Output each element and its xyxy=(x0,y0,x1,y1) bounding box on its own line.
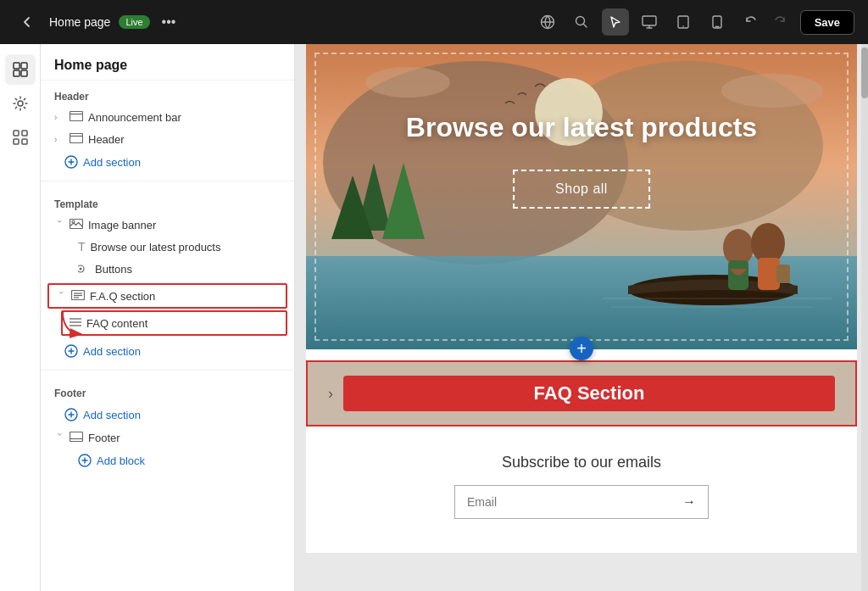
email-input-row: → xyxy=(454,485,709,519)
save-button[interactable]: Save xyxy=(800,10,854,35)
faq-icon xyxy=(71,289,85,303)
add-block-button[interactable]: Add block xyxy=(41,449,294,472)
svg-rect-13 xyxy=(22,131,27,136)
svg-point-22 xyxy=(72,220,75,223)
chevron-right-icon: › xyxy=(54,113,64,122)
faq-section-label: F.A.Q section xyxy=(90,290,279,303)
svg-rect-16 xyxy=(70,112,83,121)
sidebar-item-faq-section[interactable]: › F.A.Q section xyxy=(47,283,287,309)
template-add-section-button[interactable]: Add section xyxy=(41,339,294,363)
sidebar-item-browse-products[interactable]: T Browse our latest products xyxy=(41,236,294,258)
announcement-bar-label: Announcement bar xyxy=(88,111,281,124)
shop-all-button[interactable]: Shop all xyxy=(513,170,650,209)
main-layout: Home page Header › Announcement bar › He… xyxy=(0,44,868,591)
faq-annotation-container: › F.A.Q section xyxy=(47,283,287,336)
redo-button[interactable] xyxy=(766,8,793,36)
sidebar-item-faq-content[interactable]: FAQ content xyxy=(61,310,287,336)
footer-section-title: Footer xyxy=(41,377,294,403)
header-section: Header › Announcement bar › Header Add s… xyxy=(41,81,294,174)
email-submit-button[interactable]: → xyxy=(670,486,708,518)
image-banner-label: Image banner xyxy=(88,219,281,231)
search-icon[interactable] xyxy=(568,8,595,36)
svg-rect-9 xyxy=(14,70,19,76)
add-block-label: Add block xyxy=(97,454,145,467)
sidebar-item-image-banner[interactable]: › Image banner xyxy=(41,214,294,236)
template-section-title: Template xyxy=(41,188,294,214)
settings-panel-icon[interactable] xyxy=(5,88,36,119)
chevron-down-icon: › xyxy=(55,432,64,443)
subscribe-section: Subscribe to our emails → xyxy=(306,427,857,546)
svg-point-24 xyxy=(80,268,82,270)
faq-preview-section[interactable]: › FAQ Section xyxy=(306,360,857,427)
subscribe-title: Subscribe to our emails xyxy=(326,454,837,471)
more-options-button[interactable]: ••• xyxy=(162,14,176,30)
cursor-icon[interactable] xyxy=(602,8,629,36)
live-badge: Live xyxy=(119,15,149,29)
svg-rect-52 xyxy=(776,265,790,283)
svg-point-1 xyxy=(576,17,584,25)
header-label: Header xyxy=(88,133,281,146)
mobile-icon[interactable] xyxy=(704,8,731,36)
tablet-icon[interactable] xyxy=(670,8,697,36)
faq-expand-icon[interactable]: › xyxy=(328,385,333,403)
svg-rect-2 xyxy=(643,16,656,25)
faq-section-badge: FAQ Section xyxy=(343,376,835,411)
header-add-section-button[interactable]: Add section xyxy=(41,150,294,174)
apps-panel-icon[interactable] xyxy=(5,122,36,153)
sections-panel-icon[interactable] xyxy=(5,54,36,85)
footer-add-section-button[interactable]: Add section xyxy=(41,403,294,427)
globe-icon[interactable] xyxy=(534,8,561,36)
svg-point-42 xyxy=(721,74,823,108)
add-section-label: Add section xyxy=(83,156,141,169)
sidebar-item-buttons[interactable]: Buttons xyxy=(41,258,294,280)
footer-section: Footer Add section › Footer Add block xyxy=(41,377,294,472)
buttons-icon xyxy=(78,262,90,276)
footer-label: Footer xyxy=(88,432,281,444)
svg-point-4 xyxy=(682,25,684,27)
template-section: Template › Image banner T Browse our lat… xyxy=(41,188,294,363)
svg-rect-10 xyxy=(21,70,27,76)
panel-title: Home page xyxy=(41,44,294,81)
scrollbar-track[interactable] xyxy=(861,44,868,591)
left-panel: Home page Header › Announcement bar › He… xyxy=(41,44,295,591)
topbar: Home page Live ••• Save xyxy=(0,0,868,44)
shop-all-container: Shop all xyxy=(513,170,650,209)
sidebar-item-footer[interactable]: › Footer xyxy=(41,427,294,449)
list-icon xyxy=(70,316,81,330)
undo-redo xyxy=(737,8,793,36)
browse-products-label: Browse our latest products xyxy=(91,241,281,254)
preview-inner: Browse our latest products Shop all + › … xyxy=(306,44,857,553)
topbar-left: Home page Live ••• xyxy=(14,8,524,36)
image-icon xyxy=(70,218,83,231)
desktop-icon[interactable] xyxy=(636,8,663,36)
plus-icon: + xyxy=(576,340,587,357)
chevron-right-icon: › xyxy=(54,135,64,144)
svg-rect-18 xyxy=(70,134,83,143)
add-section-label: Add section xyxy=(83,409,141,421)
sidebar-icons xyxy=(0,44,41,591)
svg-point-41 xyxy=(365,67,450,98)
svg-rect-15 xyxy=(22,139,27,144)
add-section-divider: + xyxy=(306,348,857,360)
undo-button[interactable] xyxy=(737,8,765,36)
sidebar-item-header[interactable]: › Header xyxy=(41,128,294,150)
hero-section[interactable]: Browse our latest products Shop all xyxy=(306,44,857,349)
chevron-down-icon: › xyxy=(55,220,64,230)
back-button[interactable] xyxy=(14,8,41,36)
sidebar-item-announcement-bar[interactable]: › Announcement bar xyxy=(41,106,294,128)
topbar-icons: Save xyxy=(534,8,854,36)
divider xyxy=(41,181,294,181)
layout-icon xyxy=(70,110,83,124)
email-input[interactable] xyxy=(455,487,670,517)
divider xyxy=(41,370,294,371)
svg-point-11 xyxy=(18,101,23,106)
store-title: Home page xyxy=(49,15,110,29)
footer-icon xyxy=(70,431,83,444)
svg-rect-7 xyxy=(14,63,19,69)
svg-rect-8 xyxy=(21,63,27,69)
svg-rect-12 xyxy=(14,131,19,136)
add-section-label: Add section xyxy=(83,345,141,358)
add-section-plus-button[interactable]: + xyxy=(570,337,593,360)
buttons-label: Buttons xyxy=(95,263,281,276)
scrollbar-thumb[interactable] xyxy=(861,47,868,98)
